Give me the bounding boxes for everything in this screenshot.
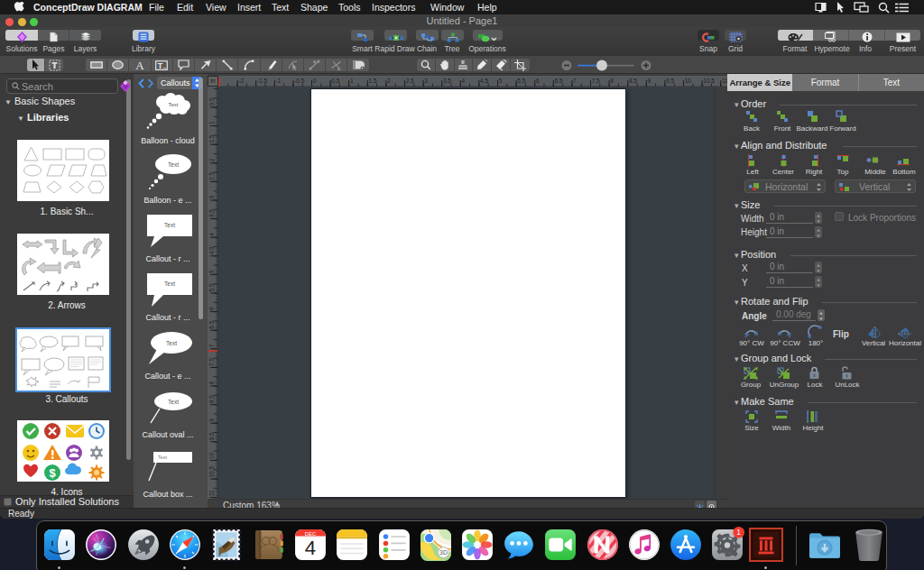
svg-text:2: 2: [208, 158, 215, 161]
svg-text:5.5: 5.5: [208, 283, 215, 291]
svg-text:-2: -2: [238, 78, 244, 84]
svg-text:0: 0: [313, 78, 317, 84]
svg-text:11: 11: [208, 490, 215, 496]
svg-text:8.5: 8.5: [208, 395, 215, 403]
svg-text:Text: Text: [168, 161, 179, 168]
svg-text:2.5: 2.5: [208, 171, 215, 179]
svg-text:6: 6: [208, 307, 215, 310]
svg-text:4: 4: [462, 78, 466, 84]
svg-text:3.5: 3.5: [208, 209, 215, 217]
svg-text:3.5: 3.5: [443, 78, 451, 84]
svg-text:1.5: 1.5: [369, 78, 377, 84]
svg-text:10: 10: [208, 452, 215, 459]
svg-text:7: 7: [208, 344, 215, 347]
svg-text:8.5: 8.5: [629, 78, 637, 84]
svg-text:5.5: 5.5: [517, 78, 525, 84]
svg-text:4.5: 4.5: [208, 246, 215, 254]
svg-text:6.5: 6.5: [208, 320, 215, 328]
svg-text:5: 5: [208, 270, 215, 273]
svg-text:10.5: 10.5: [703, 78, 715, 84]
svg-text:1.5: 1.5: [208, 134, 215, 142]
svg-text:7.5: 7.5: [592, 78, 600, 84]
svg-text:0.5: 0.5: [208, 97, 215, 106]
svg-text:Text: Text: [168, 102, 178, 107]
svg-text:Text: Text: [168, 399, 179, 405]
svg-text:9: 9: [208, 418, 215, 422]
svg-text:T: T: [158, 60, 163, 69]
svg-text:Text: Text: [164, 280, 175, 287]
svg-text:Text: Text: [166, 340, 177, 346]
svg-text:4: 4: [305, 537, 316, 559]
svg-text:-0.5: -0.5: [294, 78, 305, 84]
svg-text:0.5: 0.5: [331, 78, 339, 84]
svg-text:8: 8: [610, 78, 614, 84]
svg-text:9: 9: [648, 78, 651, 84]
svg-text:5: 5: [499, 78, 503, 84]
svg-text:9.5: 9.5: [666, 78, 674, 84]
svg-text:3: 3: [424, 78, 428, 84]
svg-text:A: A: [135, 60, 144, 70]
svg-text:6.5: 6.5: [555, 78, 563, 84]
svg-text:10.5: 10.5: [208, 465, 215, 477]
svg-text:2.5: 2.5: [406, 78, 414, 84]
svg-text:Text: Text: [164, 222, 175, 228]
svg-text:$: $: [49, 466, 56, 480]
svg-text:Text: Text: [158, 455, 168, 460]
svg-text:3: 3: [208, 196, 215, 199]
svg-text:3D: 3D: [439, 549, 448, 556]
svg-text:1: 1: [350, 78, 354, 84]
svg-text:7: 7: [573, 78, 577, 84]
svg-text:10: 10: [685, 78, 692, 84]
svg-text:9.5: 9.5: [208, 432, 215, 440]
svg-text:4.5: 4.5: [480, 78, 488, 84]
svg-text:8: 8: [208, 382, 215, 385]
svg-text:7.5: 7.5: [208, 357, 215, 365]
svg-text:4: 4: [208, 233, 215, 236]
svg-text:1: 1: [208, 121, 215, 124]
svg-text:-1.5: -1.5: [257, 78, 268, 84]
svg-text:6: 6: [536, 78, 540, 84]
svg-text:-1: -1: [276, 78, 282, 84]
svg-text:2: 2: [387, 78, 391, 84]
svg-text:1: 1: [736, 528, 741, 537]
